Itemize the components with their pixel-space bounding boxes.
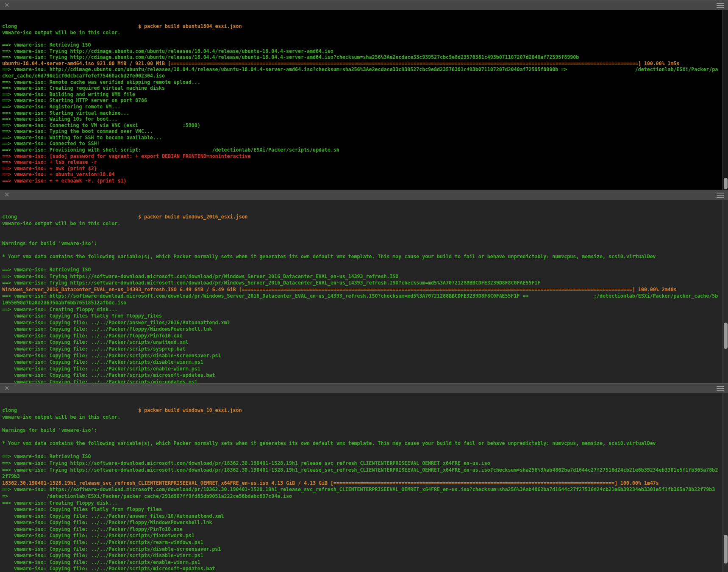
close-icon[interactable]: ✕ (4, 2, 10, 8)
terminal-line (2, 247, 722, 254)
terminal-line: clong $ packer build windows_2016_esxi.j… (2, 214, 722, 221)
pane-titlebar[interactable]: ✕ (0, 383, 728, 393)
terminal-line: vmware-iso: Copying file: ../../Packer/s… (2, 366, 722, 373)
terminal-line: ==> vmware-iso: Trying https://software-… (2, 274, 722, 280)
terminal-line: ==> vmware-iso: Creating floppy disk... (2, 307, 722, 313)
terminal-line: vmware-iso: Copying file: ../../Packer/s… (2, 379, 722, 383)
terminal-line: ==> vmware-iso: + + echoawk -F. {print $… (2, 178, 722, 184)
terminal-line: ==> vmware-iso: Trying http://cdimage.ub… (2, 54, 722, 61)
terminal-output: clong $ packer build windows_10_esxi.jso… (2, 407, 722, 572)
terminal-line: ==> vmware-iso: + lsb_release -r (2, 159, 722, 166)
terminal-line: ==> vmware-iso: Starting HTTP server on … (2, 97, 722, 104)
terminal-line: vmware-iso: Copying file: ../../Packer/s… (2, 353, 722, 359)
terminal-line (2, 36, 722, 42)
terminal-line: vmware-iso: Copying file: ../../Packer/f… (2, 519, 722, 526)
terminal-line: vmware-iso: Copying file: ../../Packer/s… (2, 553, 722, 559)
terminal-line: ==> vmware-iso: [sudo] password for vagr… (2, 153, 722, 160)
terminal-line: ==> vmware-iso: Trying https://software-… (2, 280, 722, 287)
terminal-line: ==> vmware-iso: + ubuntu_version=18.04 (2, 171, 722, 178)
terminal-line: vmware-iso: Copying file: ../../Packer/f… (2, 333, 722, 340)
terminal-line (2, 434, 722, 441)
pane-titlebar[interactable]: ✕ (0, 190, 728, 200)
terminal-line: ==> vmware-iso: Retrieving ISO (2, 267, 722, 274)
terminal-line: vmware-iso: Copying file: ../../Packer/s… (2, 372, 722, 379)
terminal-line: * Your vmx data contains the following v… (2, 254, 722, 260)
terminal-line: clong $ packer build windows_10_esxi.jso… (2, 407, 722, 414)
terminal-line: ==> vmware-iso: Trying http://cdimage.ub… (2, 48, 722, 55)
terminal-line: ==> vmware-iso: https://software-downloa… (2, 293, 722, 300)
terminal-line: vmware-iso output will be in this color. (2, 30, 722, 36)
terminal-line: ==> vmware-iso: Starting virtual machine… (2, 110, 722, 116)
terminal-line: vmware-iso: Copying file: ../../Packer/f… (2, 526, 722, 533)
terminal-line: vmware-iso: Copying file: ../../Packer/f… (2, 326, 722, 333)
scrollbar-thumb[interactable] (724, 178, 728, 189)
terminal-line: vmware-iso: Copying file: ../../Packer/s… (2, 339, 722, 346)
terminal-line: Windows_Server_2016_Datacenter_EVAL_en-u… (2, 287, 722, 293)
terminal-screen[interactable]: clong $ packer build ubuntu1804_esxi.jso… (0, 10, 728, 190)
scrollbar-track[interactable] (722, 10, 728, 190)
terminal-line: vmware-iso: Copying file: ../../Packer/a… (2, 513, 722, 520)
terminal-pane-windows2016: ✕ clong $ packer build windows_2016_esxi… (0, 190, 728, 383)
pane-titlebar[interactable]: ✕ (0, 0, 728, 10)
terminal-line: ==> vmware-iso: Retrieving ISO (2, 42, 722, 48)
terminal-line (2, 227, 722, 234)
terminal-line: vmware-iso: Copying file: ../../Packer/s… (2, 533, 722, 539)
terminal-line: 2f79b3 (2, 473, 722, 480)
terminal-pane-windows10: ✕ clong $ packer build windows_10_esxi.j… (0, 383, 728, 572)
terminal-line: ==> vmware-iso: https://software-downloa… (2, 486, 722, 493)
terminal-line (2, 260, 722, 267)
terminal-line: ==> vmware-iso: Connecting to VM via VNC… (2, 122, 722, 129)
terminal-line: ==> vmware-iso: Waiting for SSH to becom… (2, 135, 722, 141)
scrollbar-thumb[interactable] (724, 535, 728, 564)
close-icon[interactable]: ✕ (4, 385, 10, 392)
terminal-workspace: ✕ clong $ packer build ubuntu1804_esxi.j… (0, 0, 728, 572)
scrollbar-track[interactable] (722, 393, 728, 572)
terminal-line: ==> vmware-iso: Remote cache was verifie… (2, 79, 722, 86)
terminal-line: vmware-iso output will be in this color. (2, 221, 722, 227)
terminal-line: vmware-iso: Copying file: ../../Packer/s… (2, 546, 722, 553)
hamburger-menu-icon[interactable] (717, 190, 724, 200)
terminal-pane-ubuntu1804: ✕ clong $ packer build ubuntu1804_esxi.j… (0, 0, 728, 190)
terminal-line (2, 234, 722, 240)
terminal-output: clong $ packer build ubuntu1804_esxi.jso… (2, 23, 722, 184)
terminal-line: vmware-iso: Copying file: ../../Packer/s… (2, 539, 722, 546)
terminal-line: vmware-iso: Copying files flatly from fl… (2, 313, 722, 320)
terminal-line: ==> vmware-iso: Typing the boot command … (2, 128, 722, 135)
hamburger-menu-icon[interactable] (717, 384, 724, 394)
terminal-line: 18362.30.190401-1528.19h1_release_svc_re… (2, 480, 722, 487)
terminal-line: Warnings for build 'vmware-iso': (2, 240, 722, 247)
terminal-line: vmware-iso: Copying file: ../../Packer/s… (2, 346, 722, 353)
terminal-line (2, 420, 722, 427)
terminal-line: 1055098d7ba8d2d635babf6bb76518512afbde.i… (2, 300, 722, 307)
close-icon[interactable]: ✕ (4, 192, 10, 198)
terminal-line: Warnings for build 'vmware-iso': (2, 427, 722, 434)
terminal-line: ==> vmware-iso: + awk {print $2} (2, 166, 722, 172)
terminal-screen[interactable]: clong $ packer build windows_2016_esxi.j… (0, 200, 728, 383)
terminal-line: ==> vmware-iso: Connected to SSH! (2, 141, 722, 147)
terminal-line: ==> vmware-iso: Trying https://software-… (2, 467, 722, 474)
terminal-line: ==> vmware-iso: Registering remote VM... (2, 104, 722, 110)
terminal-line: clong $ packer build ubuntu1804_esxi.jso… (2, 23, 722, 30)
terminal-line: ==> vmware-iso: Building and writing VMX… (2, 91, 722, 98)
hamburger-menu-icon[interactable] (717, 0, 724, 11)
scrollbar-thumb[interactable] (724, 323, 728, 349)
terminal-line: vmware-iso: Copying file: ../../Packer/s… (2, 566, 722, 572)
terminal-line: vmware-iso: Copying file: ../../Packer/s… (2, 559, 722, 566)
terminal-line: vmware-iso: Copying files flatly from fl… (2, 506, 722, 513)
terminal-line: vmware-iso output will be in this color. (2, 414, 722, 421)
terminal-line: ubuntu-18.04.4-server-amd64.iso 921.00 M… (2, 61, 722, 67)
terminal-line: * Your vmx data contains the following v… (2, 440, 722, 447)
terminal-line: ==> vmware-iso: Provisioning with shell … (2, 147, 722, 153)
terminal-screen[interactable]: clong $ packer build windows_10_esxi.jso… (0, 393, 728, 572)
terminal-line: vmware-iso: Copying file: ../../Packer/a… (2, 320, 722, 326)
terminal-line: ==> vmware-iso: Creating required virtua… (2, 85, 722, 91)
terminal-line: ==> vmware-iso: Retrieving ISO (2, 453, 722, 460)
terminal-line: ==> vmware-iso: Creating floppy disk... (2, 500, 722, 507)
scrollbar-track[interactable] (722, 200, 728, 383)
terminal-line: vmware-iso: Copying file: ../../Packer/s… (2, 359, 722, 366)
terminal-line (2, 447, 722, 454)
terminal-output: clong $ packer build windows_2016_esxi.j… (2, 214, 722, 383)
terminal-line: ==> vmware-iso: Waiting 10s for boot... (2, 116, 722, 122)
terminal-line: cker_cache/e6d790e1cf0dcbca7fefef75468ac… (2, 73, 722, 79)
terminal-line: => /detectionlab/ESXi/Packer/packer_cach… (2, 493, 722, 500)
